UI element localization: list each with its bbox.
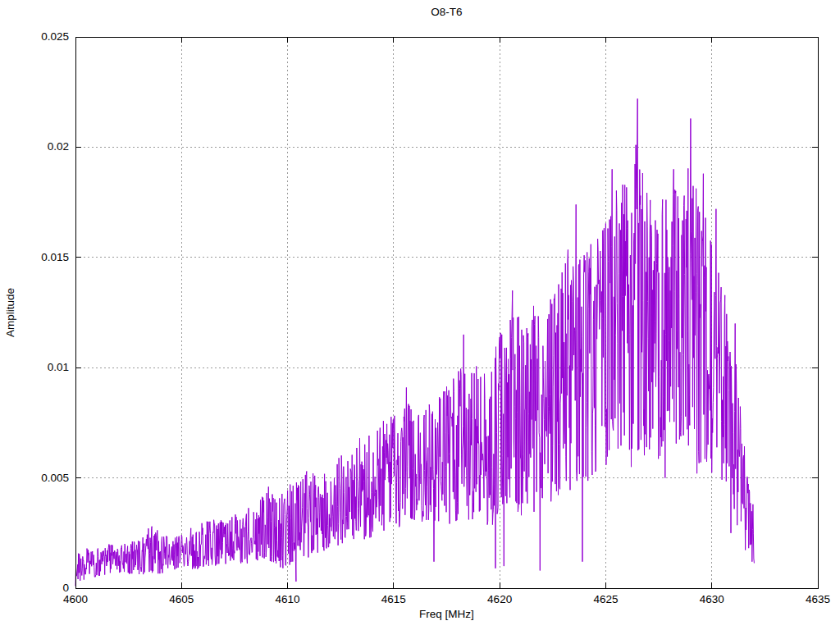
x-tick-label: 4620 bbox=[467, 592, 532, 607]
x-tick-label: 4605 bbox=[148, 592, 214, 607]
spectrum-trace bbox=[75, 98, 754, 586]
plot-canvas bbox=[0, 0, 840, 630]
y-tick-label: 0.005 bbox=[0, 471, 69, 486]
x-tick-label: 4635 bbox=[785, 592, 840, 607]
y-tick-label: 0 bbox=[0, 581, 69, 596]
x-tick-label: 4630 bbox=[679, 592, 745, 607]
x-tick-label: 4625 bbox=[573, 592, 638, 607]
y-tick-label: 0.02 bbox=[0, 139, 69, 154]
y-tick-label: 0.01 bbox=[0, 360, 69, 375]
y-tick-label: 0.025 bbox=[0, 30, 69, 44]
y-tick-label: 0.015 bbox=[0, 250, 69, 265]
x-tick-label: 4615 bbox=[361, 592, 427, 607]
x-tick-label: 4610 bbox=[255, 592, 321, 607]
